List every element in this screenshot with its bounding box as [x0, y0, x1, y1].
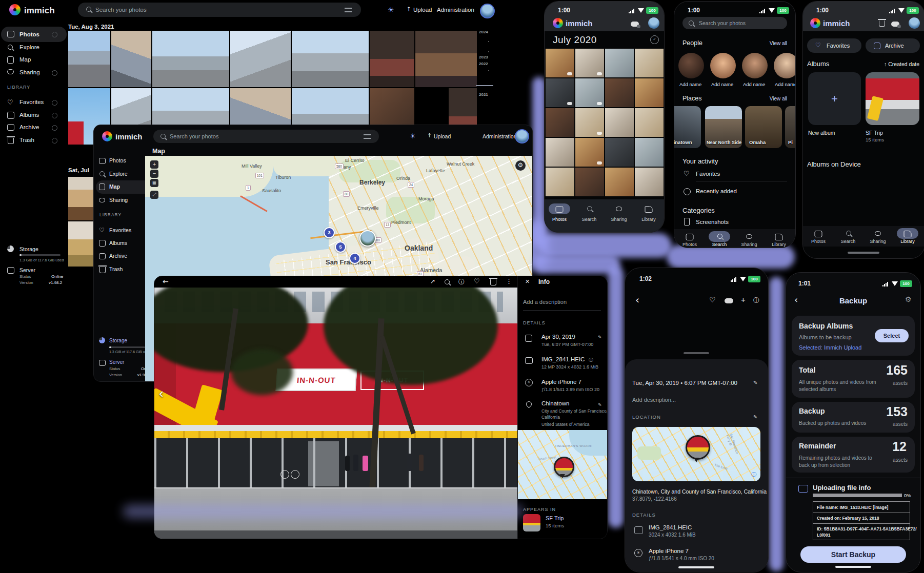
info-icon[interactable]: ⓘ: [753, 296, 759, 305]
file-info-icon[interactable]: ⓘ: [589, 357, 593, 363]
scrubber-year[interactable]: 2022: [479, 62, 488, 66]
scrubber-year[interactable]: 2024: [479, 30, 488, 34]
photo-thumbnail[interactable]: [605, 49, 634, 77]
sidebar-item-photos[interactable]: Photos: [109, 157, 126, 163]
map-cluster-marker[interactable]: 5: [335, 241, 346, 253]
edit-pencil-icon[interactable]: ✎: [598, 335, 602, 340]
photo-thumbnail[interactable]: [546, 49, 574, 77]
add-description-field[interactable]: Add a description: [523, 299, 567, 305]
nav-label-search[interactable]: Search: [712, 242, 727, 247]
sidebar-item-trash[interactable]: Trash: [109, 266, 123, 272]
photo-thumbnail[interactable]: [68, 31, 110, 87]
add-name-link[interactable]: Add name: [775, 81, 796, 87]
albums-sort-button[interactable]: ↑ Created date: [884, 61, 919, 67]
sidebar-item-albums[interactable]: Albums: [19, 112, 39, 118]
start-backup-button[interactable]: Start Backup: [800, 546, 906, 563]
sidebar-item-trash[interactable]: Trash: [19, 137, 34, 143]
upload-arrow-icon[interactable]: ↑: [427, 132, 432, 139]
filter-icon[interactable]: [364, 134, 371, 139]
trash-icon[interactable]: [879, 21, 885, 27]
photo-thumbnail[interactable]: [575, 168, 604, 196]
photos-tab-icon[interactable]: [556, 206, 564, 213]
nav-label-photos[interactable]: Photos: [552, 217, 567, 222]
photo-thumbnail[interactable]: [292, 31, 369, 87]
filter-icon[interactable]: [345, 8, 352, 12]
user-avatar[interactable]: [648, 17, 659, 29]
photo-thumbnail[interactable]: [605, 168, 634, 196]
album-name[interactable]: SF Trip: [866, 130, 883, 136]
edit-pencil-icon[interactable]: ✎: [598, 402, 602, 407]
sidebar-item-map[interactable]: Map: [19, 56, 31, 63]
sidebar-item-archive[interactable]: Archive: [109, 253, 127, 259]
sidebar-item-explore[interactable]: Explore: [19, 44, 39, 50]
map-cluster-marker[interactable]: 4: [349, 253, 360, 264]
search-input[interactable]: Search your photos: [153, 130, 379, 143]
person-avatar[interactable]: [678, 53, 704, 78]
person-avatar[interactable]: [710, 53, 736, 78]
select-button[interactable]: Select: [875, 329, 909, 342]
photo-thumbnail[interactable]: [605, 138, 634, 167]
photo-thumbnail[interactable]: [635, 78, 664, 107]
view-all-link[interactable]: View all: [770, 96, 787, 101]
library-tab-icon[interactable]: [904, 231, 912, 237]
heart-icon[interactable]: ♡: [474, 277, 480, 285]
photo-thumbnail[interactable]: [546, 168, 574, 196]
search-input[interactable]: Search your photos: [682, 17, 787, 29]
photo-thumbnail[interactable]: [370, 31, 414, 87]
new-album-tile[interactable]: +: [808, 72, 861, 125]
map-zoom-in-button[interactable]: +: [150, 160, 158, 169]
more-vertical-icon[interactable]: ⋮: [506, 277, 512, 285]
photo-thumbnail[interactable]: [635, 49, 664, 77]
view-all-link[interactable]: View all: [770, 40, 787, 46]
album-name-link[interactable]: SF Trip: [546, 515, 564, 521]
edit-pencil-icon[interactable]: ✎: [753, 414, 757, 420]
info-icon[interactable]: ⓘ: [458, 278, 465, 286]
upload-arrow-icon[interactable]: ↑: [406, 6, 411, 13]
administration-link[interactable]: Administration: [437, 7, 474, 13]
nav-label-sharing[interactable]: Sharing: [611, 217, 627, 222]
photo-thumbnail[interactable]: [635, 138, 664, 167]
edit-pencil-icon[interactable]: ✎: [753, 380, 757, 385]
sidebar-item-favorites[interactable]: Favorites: [19, 99, 44, 105]
photo-thumbnail[interactable]: [605, 78, 634, 107]
category-screenshots[interactable]: Screenshots: [696, 219, 729, 225]
nav-label-sharing[interactable]: Sharing: [741, 242, 757, 247]
sidebar-item-favorites[interactable]: Favorites: [109, 227, 131, 233]
add-description-field[interactable]: Add description...: [632, 397, 676, 403]
place-tile[interactable]: Pi: [785, 106, 795, 148]
user-avatar[interactable]: [909, 17, 920, 29]
map-zoom-out-button[interactable]: −: [150, 170, 158, 178]
add-name-link[interactable]: Add name: [711, 81, 733, 87]
nav-label-photos[interactable]: Photos: [811, 239, 826, 244]
nav-label-photos[interactable]: Photos: [682, 242, 697, 247]
sidebar-item-map[interactable]: Map: [109, 183, 120, 190]
back-arrow-icon[interactable]: ←: [163, 277, 169, 285]
share-icon[interactable]: ↗: [430, 278, 435, 285]
sidebar-item-sharing[interactable]: Sharing: [19, 69, 40, 75]
search-tab-icon[interactable]: [587, 206, 592, 211]
theme-toggle-icon[interactable]: ☀: [388, 6, 394, 14]
person-avatar[interactable]: [742, 53, 768, 78]
sharing-tab-icon[interactable]: [746, 234, 752, 239]
gear-icon[interactable]: ⚙: [905, 295, 912, 303]
sheet-drag-handle[interactable]: [684, 352, 709, 354]
photos-tab-icon[interactable]: [686, 234, 694, 240]
photo-thumbnail[interactable]: [575, 78, 604, 107]
map-cluster-marker[interactable]: 3: [324, 227, 335, 238]
place-tile[interactable]: Near North Side: [705, 106, 742, 148]
theme-toggle-icon[interactable]: ☀: [410, 132, 416, 140]
nav-label-sharing[interactable]: Sharing: [870, 239, 886, 244]
photo-thumbnail[interactable]: [546, 78, 574, 107]
nav-label-library[interactable]: Library: [772, 242, 786, 247]
nav-label-library[interactable]: Library: [900, 239, 915, 244]
photo-thumbnail[interactable]: [546, 138, 574, 167]
scrubber-year[interactable]: 2021: [479, 92, 488, 97]
sidebar-item-albums[interactable]: Albums: [109, 240, 127, 246]
photo-thumbnail[interactable]: [635, 168, 664, 196]
previous-photo-arrow[interactable]: ‹: [158, 386, 164, 401]
photo-thumbnail[interactable]: [575, 108, 604, 137]
location-map-thumbnail[interactable]: FISHERMAN'S WHARF Beach Street: [518, 430, 608, 499]
map-fullscreen-button[interactable]: ⤢: [150, 191, 158, 199]
person-avatar[interactable]: [774, 53, 796, 78]
photo-thumbnail[interactable]: [111, 31, 151, 87]
